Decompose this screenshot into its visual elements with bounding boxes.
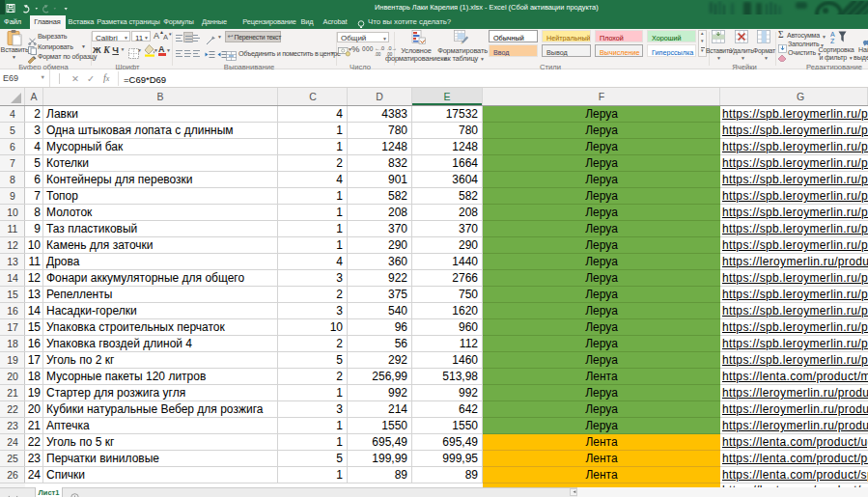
svg-text:А: А: [830, 31, 835, 38]
svg-text:←.0: ←.0: [375, 45, 384, 51]
svg-text:.00: .00: [375, 52, 381, 57]
svg-text:Z: Z: [830, 38, 835, 44]
